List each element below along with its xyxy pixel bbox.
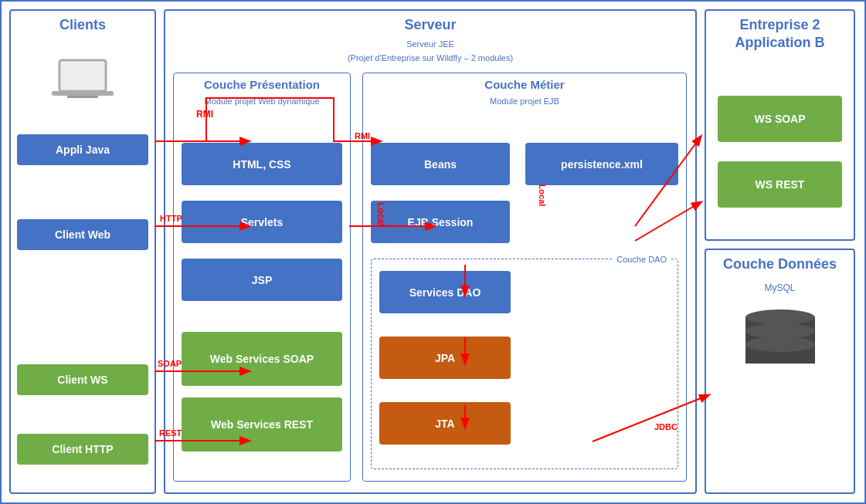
- client-http-btn[interactable]: Client HTTP: [17, 434, 148, 465]
- clients-section: Clients Appli Java Client Web Client WS …: [9, 9, 156, 494]
- couche-dao-panel: Couche DAO Services DAO JPA JTA: [371, 259, 678, 469]
- jsp-btn[interactable]: JSP: [182, 259, 342, 301]
- clients-title: Clients: [59, 17, 106, 32]
- appli-java-btn[interactable]: Appli Java: [17, 134, 148, 165]
- rmi-label: RMI: [355, 128, 370, 142]
- ws-rest-btn[interactable]: Web Services REST: [182, 397, 342, 452]
- couche-metier-panel: Couche Métier Module projet EJB Beans pe…: [362, 73, 687, 482]
- main-container: Clients Appli Java Client Web Client WS …: [0, 0, 866, 504]
- couche-presentation-title: Couche Présentation: [204, 78, 320, 91]
- enterprise-ws-soap-btn[interactable]: WS SOAP: [718, 96, 842, 142]
- services-dao-btn[interactable]: Services DAO: [379, 271, 511, 313]
- jta-btn[interactable]: JTA: [379, 402, 511, 445]
- enterprise2-section: Entreprise 2 Application B WS SOAP WS RE…: [705, 9, 855, 241]
- enterprise-ws-rest-btn[interactable]: WS REST: [718, 161, 842, 208]
- couche-donnees-title: Couche Données: [723, 256, 837, 272]
- couche-presentation-panel: Couche Présentation Module projet Web dy…: [173, 73, 351, 482]
- serveur-section: Serveur Serveur JEE (Projet d'Entreprise…: [164, 9, 697, 494]
- servlets-btn[interactable]: Servlets: [182, 201, 342, 243]
- mysql-label: MySQL: [764, 282, 795, 293]
- serveur-title: Serveur: [404, 17, 456, 32]
- beans-btn[interactable]: Beans: [371, 143, 510, 185]
- couche-dao-label: Couche DAO: [616, 255, 667, 264]
- html-css-btn[interactable]: HTML, CSS: [182, 143, 342, 185]
- ws-soap-btn[interactable]: Web Services SOAP: [182, 332, 342, 386]
- svg-rect-1: [61, 62, 104, 90]
- persistence-xml-btn[interactable]: persistence.xml: [525, 143, 678, 185]
- svg-rect-2: [52, 91, 114, 96]
- couche-metier-title: Couche Métier: [484, 78, 564, 91]
- serveur-subtitle: Serveur JEE: [406, 39, 454, 49]
- ejb-session-btn[interactable]: EJB Session: [371, 201, 510, 243]
- serveur-subtitle2: (Projet d'Entreprise sur Wildfly – 2 mod…: [348, 53, 513, 63]
- module-ejb-label: Module projet EJB: [490, 96, 559, 106]
- laptop-icon: [11, 56, 155, 112]
- enterprise2-title: Entreprise 2: [739, 17, 820, 32]
- local-label: Local: [536, 184, 550, 207]
- jpa-btn[interactable]: JPA: [379, 337, 511, 379]
- client-ws-btn[interactable]: Client WS: [17, 364, 148, 395]
- client-web-btn[interactable]: Client Web: [17, 219, 148, 250]
- enterprise2-subtitle: Application B: [735, 35, 825, 50]
- couche-donnees-section: Couche Données MySQL: [705, 249, 855, 494]
- svg-rect-3: [67, 96, 98, 98]
- module-web-label: Module projet Web dynamique: [205, 96, 320, 106]
- database-icon: [745, 310, 815, 371]
